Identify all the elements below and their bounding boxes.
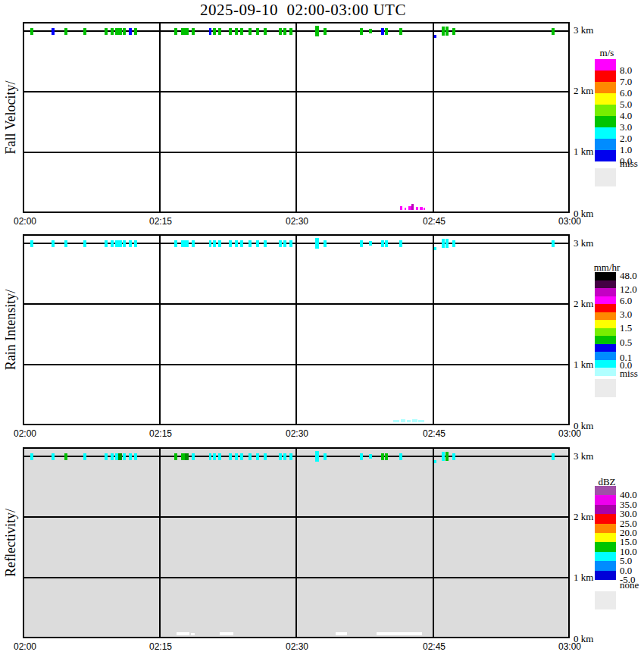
echo-mark	[64, 453, 67, 460]
echo-mark	[552, 453, 555, 460]
echo-mark	[399, 240, 402, 247]
colorbar-missing-label: miss	[620, 158, 638, 170]
echo-mark	[192, 28, 195, 35]
echo-mark	[445, 27, 449, 36]
echo-mark	[174, 453, 177, 460]
echo-mark	[442, 452, 445, 461]
time-tick-label: 02:30	[278, 641, 316, 652]
echo-mark	[256, 28, 259, 35]
colorbar-band	[595, 116, 616, 127]
echo-mark	[442, 27, 445, 36]
echo-mark	[64, 240, 67, 247]
echo-mark	[185, 240, 189, 247]
colorbar-band	[595, 524, 616, 533]
colorbar-band	[595, 296, 616, 305]
echo-mark	[442, 239, 445, 248]
colorbar-band	[595, 93, 616, 105]
echo-mark	[240, 453, 243, 460]
echo-mark	[283, 240, 286, 247]
echo-mark	[289, 240, 292, 247]
echo-mark	[249, 240, 252, 247]
v-gridline	[433, 449, 434, 637]
surface-echo-mark	[418, 420, 424, 422]
surface-echo-mark	[407, 420, 411, 422]
echo-mark	[434, 247, 436, 250]
figure-title: 2025-09-10 02:00-03:00 UTC	[23, 1, 583, 20]
echo-mark	[174, 240, 177, 247]
echo-mark	[324, 240, 327, 247]
echo-mark	[434, 460, 436, 463]
echo-mark	[192, 453, 195, 460]
echo-mark	[192, 240, 195, 247]
surface-echo-mark	[377, 632, 422, 635]
time-tick-label: 02:45	[415, 428, 453, 439]
figure-root: 2025-09-10 02:00-03:00 UTC Fall Velocity…	[0, 0, 644, 658]
time-tick-label: 03:00	[551, 428, 589, 439]
echo-mark	[174, 28, 177, 35]
echo-mark	[134, 453, 137, 460]
surface-echo-mark	[411, 204, 414, 210]
echo-mark	[52, 28, 55, 35]
echo-mark	[264, 28, 267, 35]
colorbar-missing-swatch	[595, 168, 616, 186]
plot-area-rain-intensity	[23, 234, 570, 425]
echo-mark	[240, 240, 243, 247]
echo-mark	[105, 28, 108, 35]
echo-mark	[111, 453, 114, 460]
surface-echo-mark	[400, 206, 402, 210]
surface-echo-mark	[401, 419, 405, 422]
echo-mark	[229, 453, 232, 460]
echo-mark	[105, 453, 108, 460]
echo-mark	[249, 453, 252, 460]
echo-mark	[249, 28, 252, 35]
colorbar-band	[595, 288, 616, 296]
echo-mark	[360, 453, 363, 460]
colorbar-band	[595, 312, 616, 321]
colorbar-band	[595, 280, 616, 289]
y-axis-label-rain-intensity: Rain Intensity/	[3, 290, 19, 371]
colorbar-band	[595, 542, 616, 551]
echo-mark	[229, 28, 232, 35]
colorbar-band	[595, 368, 616, 376]
echo-mark	[118, 28, 122, 35]
time-tick-label: 02:00	[6, 216, 44, 227]
v-gridline	[295, 449, 297, 637]
echo-mark	[289, 28, 292, 35]
plot-area-fall-velocity	[23, 22, 570, 213]
colorbar-missing-swatch	[595, 591, 616, 609]
echo-mark	[552, 28, 555, 35]
echo-mark	[235, 28, 238, 35]
echo-mark	[381, 453, 384, 460]
colorbar-title-fall-velocity: m/s	[583, 47, 631, 59]
echo-mark	[209, 28, 211, 35]
echo-mark	[123, 240, 126, 247]
v-gridline	[433, 236, 434, 424]
colorbar-tick-label: 2.0	[620, 133, 632, 145]
echo-mark	[111, 240, 114, 247]
echo-mark	[552, 240, 555, 247]
echo-mark	[218, 28, 221, 35]
echo-mark	[134, 28, 137, 35]
echo-mark	[213, 28, 216, 35]
colorbar-tick-label: 6.0	[620, 295, 632, 307]
echo-mark	[83, 453, 86, 460]
echo-mark	[105, 240, 108, 247]
echo-mark	[64, 28, 67, 35]
echo-mark	[369, 29, 372, 33]
echo-mark	[83, 28, 86, 35]
echo-mark	[218, 240, 221, 247]
echo-mark	[264, 453, 267, 460]
colorbar-band	[595, 514, 616, 523]
echo-mark	[445, 452, 449, 461]
echo-mark	[209, 453, 211, 460]
colorbar-tick-label: 5.0	[620, 99, 632, 111]
echo-mark	[381, 28, 384, 35]
colorbar-missing-swatch	[595, 379, 616, 397]
colorbar-band	[595, 139, 616, 150]
time-tick-label: 02:45	[415, 216, 453, 227]
colorbar-band	[595, 82, 616, 93]
surface-echo-mark	[336, 632, 347, 635]
surface-echo-mark	[405, 208, 406, 210]
colorbar-band	[595, 505, 616, 514]
echo-mark	[229, 240, 232, 247]
